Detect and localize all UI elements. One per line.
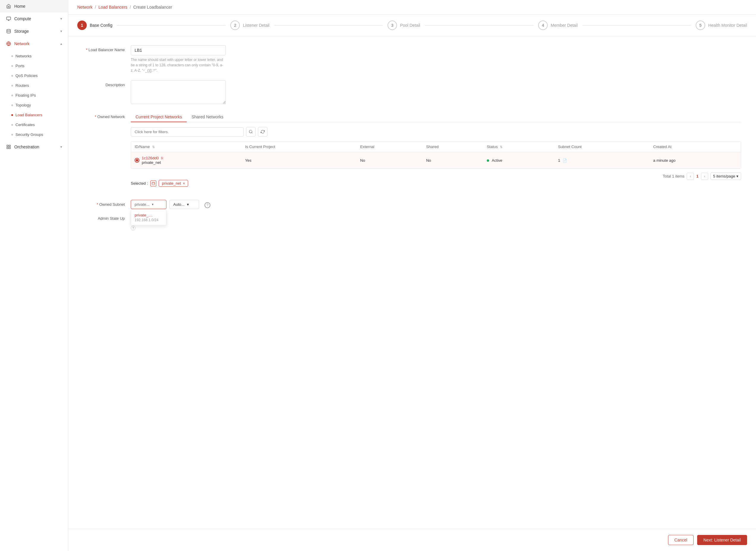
table-row[interactable]: 1c126dd0 ⎘ private_net Yes — [131, 152, 741, 168]
filter-bar — [131, 127, 741, 136]
lb-name-content: The name should start with upper letter … — [131, 45, 741, 73]
breadcrumb-lb[interactable]: Load Balancers — [98, 5, 127, 10]
breadcrumb-sep2: / — [130, 5, 131, 10]
sort-id-icon[interactable]: ⇅ — [152, 145, 155, 149]
sidebar-item-home-label: Home — [14, 4, 25, 9]
sidebar-item-network-label: Network — [14, 41, 29, 46]
subnet-option-name: private_.... — [135, 213, 163, 217]
sidebar-item-floating-ips[interactable]: Floating IPs — [0, 90, 68, 100]
row-radio[interactable] — [135, 158, 139, 163]
lb-name-input[interactable] — [131, 45, 226, 55]
step-4-circle: 4 — [538, 21, 548, 30]
lb-name-row: Load Balancer Name The name should start… — [77, 45, 741, 73]
cell-subnet-count: 1 📄 — [555, 152, 650, 168]
search-icon-btn[interactable] — [246, 127, 256, 136]
sidebar-item-load-balancers[interactable]: Load Balancers — [0, 110, 68, 120]
doc-icon[interactable]: 📄 — [563, 158, 567, 163]
sidebar-item-networks[interactable]: Networks — [0, 51, 68, 61]
step-3[interactable]: 3 Pool Detail — [388, 21, 420, 30]
owned-subnet-row: Owned Subnet private... ▾ — [77, 200, 741, 209]
sub-dot — [11, 55, 13, 57]
sidebar-item-orchestration-label: Orchestration — [14, 144, 39, 149]
description-input[interactable] — [131, 80, 226, 104]
breadcrumb: Network / Load Balancers / Create Loadba… — [68, 0, 756, 15]
sidebar-item-lb-label: Load Balancers — [15, 113, 42, 117]
refresh-button[interactable] — [258, 127, 267, 136]
sub-dot — [11, 75, 13, 77]
tab-shared[interactable]: Shared Networks — [187, 112, 228, 122]
prev-page-btn[interactable]: ‹ — [687, 173, 694, 180]
step-2-circle: 2 — [230, 21, 240, 30]
sort-status-icon[interactable]: ⇅ — [500, 145, 503, 149]
tab-current-project[interactable]: Current Project Networks — [131, 112, 187, 122]
step-5[interactable]: 5 Health Monitor Detail — [696, 21, 747, 30]
step-4[interactable]: 4 Member Detail — [538, 21, 578, 30]
sub-dot — [11, 104, 13, 106]
home-icon — [6, 4, 11, 9]
cancel-button[interactable]: Cancel — [668, 535, 694, 545]
form-area: Load Balancer Name The name should start… — [68, 36, 756, 529]
copy-icon[interactable]: ⎘ — [161, 156, 163, 160]
subnet-dropdown: private_.... 192.168.1.0/24 — [131, 210, 166, 225]
toggle-help-icon[interactable]: ? — [131, 226, 136, 230]
sidebar-item-certificates[interactable]: Certificates — [0, 120, 68, 130]
step-3-label: Pool Detail — [400, 23, 420, 28]
admin-state-row: Admin State Up On ? — [77, 216, 741, 230]
svg-point-10 — [249, 130, 252, 133]
sidebar-item-storage[interactable]: Storage ▾ — [0, 25, 68, 37]
sub-dot — [11, 124, 13, 126]
description-label: Description — [77, 80, 125, 87]
sidebar-item-qos-label: QoS Policies — [15, 73, 37, 78]
svg-rect-8 — [9, 147, 10, 149]
next-page-btn[interactable]: › — [701, 173, 708, 180]
subnet-select-wrapper: private... ▾ private_.... 192.168.1.0/24 — [131, 200, 166, 209]
sidebar-item-orchestration[interactable]: Orchestration ▾ — [0, 141, 68, 153]
selected-tag-label: private_net — [162, 181, 181, 185]
info-icon[interactable]: ? — [204, 202, 210, 208]
lb-name-label: Load Balancer Name — [77, 45, 125, 52]
auto-select-value: Auto... — [173, 202, 185, 207]
sidebar-item-floating-label: Floating IPs — [15, 93, 36, 97]
network-id-link[interactable]: 1c126dd0 — [142, 156, 159, 160]
subnet-select[interactable]: private... ▾ — [131, 200, 166, 209]
auto-chevron-icon: ▾ — [187, 202, 189, 207]
auto-select[interactable]: Auto... ▾ — [169, 200, 199, 209]
network-submenu: Networks Ports QoS Policies Routers Floa… — [0, 50, 68, 141]
sidebar-item-home[interactable]: Home — [0, 0, 68, 12]
sub-dot — [11, 134, 13, 136]
per-page-select[interactable]: 5 items/page ▾ — [711, 172, 741, 180]
step-3-circle: 3 — [388, 21, 397, 30]
network-table-container: ID/Name ⇅ Is Current Project External — [131, 141, 741, 169]
lb-name-hint: The name should start with upper letter … — [131, 57, 226, 73]
network-icon — [6, 41, 11, 46]
filter-input[interactable] — [131, 127, 244, 136]
sidebar-item-ports[interactable]: Ports — [0, 61, 68, 71]
sidebar-item-network[interactable]: Network ▴ — [0, 37, 68, 50]
cell-is-current: Yes — [242, 152, 357, 168]
network-table: ID/Name ⇅ Is Current Project External — [131, 141, 741, 168]
subnet-chevron-icon: ▾ — [152, 202, 154, 206]
step-2[interactable]: 2 Listener Detail — [230, 21, 270, 30]
chevron-up-icon: ▴ — [60, 42, 62, 46]
sidebar-item-compute[interactable]: Compute ▾ — [0, 12, 68, 25]
owned-subnet-label: Owned Subnet — [77, 200, 125, 207]
radio-inner — [136, 159, 138, 161]
admin-state-label: Admin State Up — [77, 216, 125, 221]
subnet-dropdown-item[interactable]: private_.... 192.168.1.0/24 — [131, 210, 166, 225]
sidebar-item-security-groups[interactable]: Security Groups — [0, 130, 68, 139]
breadcrumb-network[interactable]: Network — [77, 5, 92, 10]
next-button[interactable]: Next: Listener Detail — [697, 535, 747, 545]
subnet-row: private... ▾ private_.... 192.168.1.0/24 — [131, 200, 741, 209]
remove-selected-tag[interactable]: × — [183, 181, 185, 185]
svg-rect-6 — [7, 145, 8, 147]
sidebar-item-qos-policies[interactable]: QoS Policies — [0, 71, 68, 81]
tag-icon — [150, 180, 156, 186]
step-1-circle: 1 — [77, 21, 87, 30]
step-1[interactable]: 1 Base Config — [77, 21, 112, 30]
total-items: Total 1 items — [663, 174, 684, 178]
steps-container: 1 Base Config 2 Listener Detail 3 Pool D… — [68, 15, 756, 36]
sidebar-item-topology[interactable]: Topology — [0, 100, 68, 110]
subnet-select-value: private... — [135, 202, 149, 207]
sidebar-item-routers[interactable]: Routers — [0, 81, 68, 90]
cell-external: No — [357, 152, 423, 168]
